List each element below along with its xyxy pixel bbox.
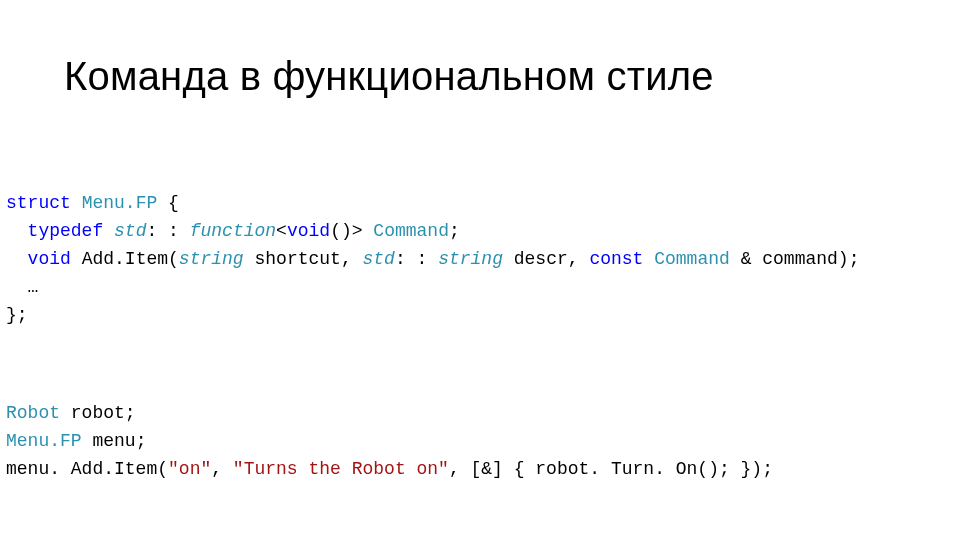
code-line: void Add.Item(string shortcut, std: : st…: [6, 249, 859, 269]
type-italic: function: [190, 221, 276, 241]
text: <: [276, 221, 287, 241]
string-literal: "Turns the Robot on": [233, 459, 449, 479]
code-line: struct Menu.FP {: [6, 193, 179, 213]
text: …: [28, 277, 39, 297]
code-block-usage: Robot robot; Menu.FP menu; menu. Add.Ite…: [6, 400, 773, 484]
text: , [&] { robot. Turn. On(); });: [449, 459, 773, 479]
text: menu;: [82, 431, 147, 451]
slide: Команда в функциональном стиле struct Me…: [0, 0, 960, 540]
keyword: typedef: [28, 221, 104, 241]
code-line: …: [6, 277, 38, 297]
text: ,: [211, 459, 233, 479]
type-italic: string: [438, 249, 503, 269]
keyword: void: [287, 221, 330, 241]
text: [244, 249, 255, 269]
text: & command);: [741, 249, 860, 269]
text: Add.Item(: [82, 249, 179, 269]
type-name: Robot: [6, 403, 60, 423]
text: [103, 221, 114, 241]
text: : :: [146, 221, 189, 241]
keyword: const: [589, 249, 643, 269]
type-name: Command: [373, 221, 449, 241]
text: : :: [395, 249, 438, 269]
text: [71, 193, 82, 213]
text: [503, 249, 514, 269]
indent: [6, 249, 28, 269]
text: menu. Add.Item(: [6, 459, 168, 479]
text: {: [157, 193, 179, 213]
indent: [6, 221, 28, 241]
text: robot;: [60, 403, 136, 423]
type-italic: std: [114, 221, 146, 241]
string-literal: "on": [168, 459, 211, 479]
type-name: Menu.FP: [6, 431, 82, 451]
type-italic: std: [363, 249, 395, 269]
type-italic: string: [179, 249, 244, 269]
slide-title: Команда в функциональном стиле: [64, 54, 714, 99]
text: };: [6, 305, 28, 325]
keyword: struct: [6, 193, 71, 213]
keyword: void: [28, 249, 71, 269]
code-line: };: [6, 305, 28, 325]
text: descr,: [514, 249, 590, 269]
text: [71, 249, 82, 269]
code-line: Robot robot;: [6, 403, 136, 423]
text: [643, 249, 654, 269]
code-line: menu. Add.Item("on", "Turns the Robot on…: [6, 459, 773, 479]
indent: [6, 277, 28, 297]
code-line: Menu.FP menu;: [6, 431, 146, 451]
text: [730, 249, 741, 269]
type-name: Command: [654, 249, 730, 269]
type-name: Menu.FP: [82, 193, 158, 213]
code-block-struct: struct Menu.FP { typedef std: : function…: [6, 190, 859, 329]
text: ()>: [330, 221, 373, 241]
text: ;: [449, 221, 460, 241]
text: shortcut,: [254, 249, 362, 269]
code-line: typedef std: : function<void()> Command;: [6, 221, 460, 241]
